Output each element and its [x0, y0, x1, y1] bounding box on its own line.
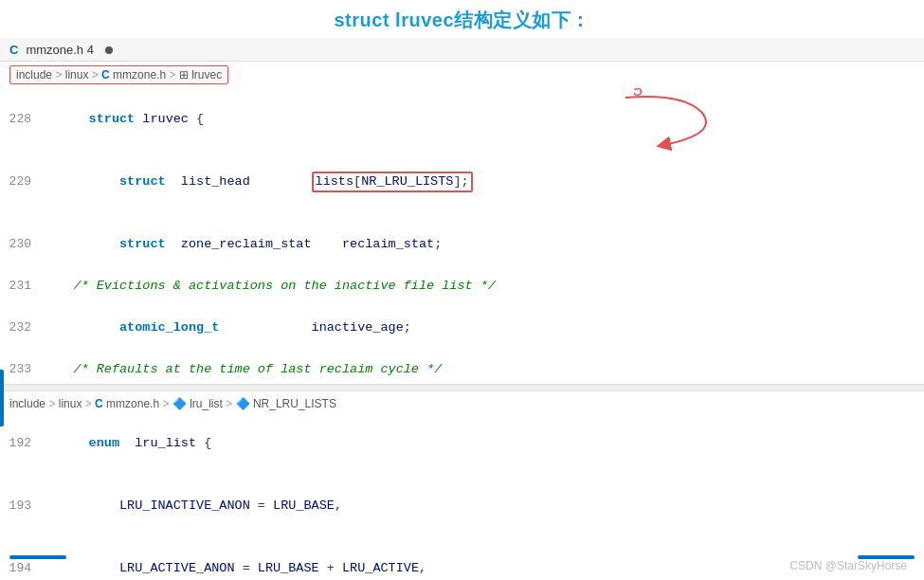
line-number: 232 — [0, 317, 43, 338]
code-line-231: 231 /* Evictions & activations on the in… — [0, 276, 924, 297]
line-number: 233 — [0, 359, 43, 380]
bc2-sep4: > — [226, 397, 235, 410]
code-line-228: 228 struct lruvec { — [0, 88, 924, 151]
bc2-linux: linux — [59, 397, 82, 410]
line-number: 192 — [0, 433, 43, 454]
bc-c: C — [101, 68, 110, 82]
tab-lang: C — [9, 43, 18, 57]
bc-sep1: > — [55, 68, 64, 82]
code-content: struct zone_reclaim_stat reclaim_stat; — [43, 213, 924, 276]
code-line-232: 232 atomic_long_t inactive_age; — [0, 297, 924, 359]
bc2-nr-icon: 🔷 — [236, 397, 250, 410]
line-number: 230 — [0, 234, 43, 255]
bc2-include: include — [9, 397, 45, 410]
watermark: CSDN @StarSkyHorse — [789, 559, 907, 572]
bc-lruvec: lruvec — [191, 68, 222, 82]
bc2-nr-lru-lists: NR_LRU_LISTS — [253, 397, 336, 410]
line-number: 193 — [0, 496, 43, 517]
breadcrumb-lruvec[interactable]: include > linux > C mmzone.h > ⊞ lruvec — [9, 65, 228, 84]
code-content: atomic_long_t inactive_age; — [43, 297, 924, 359]
code-line-233: 233 /* Refaults at the time of last recl… — [0, 359, 924, 380]
code-content: LRU_INACTIVE_ANON = LRU_BASE, — [43, 475, 924, 537]
bc2-sep2: > — [85, 397, 95, 410]
bc-mmzone: mmzone.h — [113, 68, 166, 82]
bc-struct-icon: ⊞ — [179, 68, 189, 82]
bc2-lru-icon: 🔷 — [172, 397, 187, 410]
code-line-229: 229 struct list_head lists[NR_LRU_LISTS]… — [0, 151, 924, 213]
bc2-sep1: > — [48, 397, 58, 410]
code-content: struct list_head lists[NR_LRU_LISTS]; — [43, 151, 924, 213]
code-content: enum lru_list { — [43, 412, 924, 475]
code-line-193: 193 LRU_INACTIVE_ANON = LRU_BASE, — [0, 475, 924, 537]
code-block-lruvec: 228 struct lruvec { 229 struct list_head… — [0, 88, 924, 380]
line-number: 229 — [0, 172, 43, 192]
bc-include: include — [16, 68, 52, 82]
bc2-lru-list: lru_list — [190, 397, 223, 410]
page-title: struct lruvec结构定义如下： — [0, 0, 924, 39]
tab-modified-dot — [105, 46, 113, 54]
code-content: /* Refaults at the time of last reclaim … — [43, 359, 924, 380]
breadcrumb-nr-lru-lists[interactable]: include > linux > C mmzone.h > 🔷 lru_lis… — [0, 395, 924, 412]
bc2-c: C — [95, 397, 103, 410]
code-block-lru-list: 192 enum lru_list { 193 LRU_INACTIVE_ANO… — [0, 412, 924, 580]
tab-filename[interactable]: mmzone.h 4 — [26, 43, 94, 57]
bc-sep3: > — [169, 68, 178, 82]
bc-linux: linux — [65, 68, 89, 82]
tab-bar: C mmzone.h 4 — [0, 39, 924, 62]
code-line-194: 194 LRU_ACTIVE_ANON = LRU_BASE + LRU_ACT… — [0, 537, 924, 580]
line-number: 228 — [0, 109, 43, 130]
section-divider — [0, 384, 924, 391]
bc2-mmzone: mmzone.h — [106, 397, 159, 410]
bc-sep2: > — [92, 68, 101, 82]
code-line-192: 192 enum lru_list { — [0, 412, 924, 475]
line-number: 194 — [0, 558, 43, 579]
bc2-sep3: > — [162, 397, 172, 410]
code-content: /* Evictions & activations on the inacti… — [43, 276, 924, 297]
code-line-230: 230 struct zone_reclaim_stat reclaim_sta… — [0, 213, 924, 276]
left-indicator — [0, 370, 4, 426]
bottom-scrollbar[interactable] — [9, 555, 66, 559]
line-number: 231 — [0, 276, 43, 297]
code-content: struct lruvec { — [43, 88, 924, 151]
